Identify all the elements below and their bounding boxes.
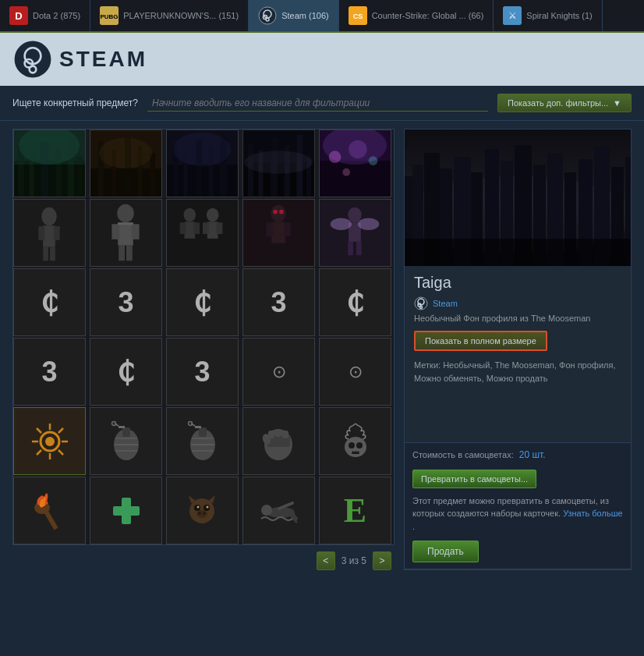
search-input[interactable] [147,95,488,112]
cell-symbol: ⊙ [243,339,314,405]
main-content: ₵ 3 ₵ 3 ₵ 3 ₵ 3 ⊙ [0,121,644,578]
svg-rect-116 [195,426,201,428]
grid-cell[interactable] [166,407,239,475]
prev-icon: < [323,555,328,566]
grid-cell[interactable] [13,199,86,267]
search-label: Ищете конкретный предмет? [12,98,138,108]
svg-line-105 [37,450,41,455]
grid-cell[interactable]: 3 [90,268,162,336]
grid-cell[interactable] [90,199,162,267]
item-source: Steam [414,296,621,310]
svg-point-78 [207,208,219,222]
svg-point-83 [271,205,286,222]
svg-point-88 [279,210,284,215]
grid-cell[interactable]: ₵ [13,268,86,336]
tab-label-steam: Steam (106) [281,11,329,20]
filter-button[interactable]: Показать доп. фильтры... ▼ [497,94,632,112]
grid-cell[interactable] [166,477,239,544]
grid-cell[interactable]: ₵ [90,338,162,406]
show-full-label: Показать в полном размере [425,336,536,346]
grid-cell-selected[interactable] [13,407,86,475]
grid-cell[interactable] [13,129,86,197]
source-name: Steam [433,299,458,308]
svg-rect-70 [119,246,125,261]
next-page-button[interactable]: > [373,551,391,570]
svg-rect-115 [199,427,207,437]
grid-cell[interactable]: 3 [13,338,86,406]
steam-source-icon [414,296,428,310]
grid-cell[interactable] [90,129,162,197]
grid-cell[interactable]: ⊙ [319,338,391,406]
tab-icon-csgo: CS [349,6,367,25]
show-full-button[interactable]: Показать в полном размере [414,331,547,351]
svg-rect-94 [348,242,353,256]
svg-rect-77 [193,222,200,234]
svg-rect-64 [50,247,55,261]
grid-cell[interactable] [319,129,391,197]
grenade2-icon [183,420,222,463]
svg-rect-76 [180,222,186,234]
cost-description: Этот предмет можно превратить в самоцвет… [412,495,623,534]
grid-cell[interactable]: ₵ [319,268,391,336]
svg-rect-165 [405,239,631,266]
tab-dota2[interactable]: D Dota 2 (875) [0,0,90,31]
grid-cell[interactable]: ₵ [166,268,239,336]
svg-rect-52 [320,161,391,197]
svg-line-102 [37,428,41,433]
grid-cell[interactable] [242,199,315,267]
grid-cell[interactable] [319,199,391,267]
tab-icon-spiral: ⚔ [503,6,522,25]
svg-line-103 [58,450,63,455]
svg-point-33 [99,138,152,168]
grid-cell[interactable] [90,407,162,475]
grid-cell[interactable]: 3 [242,268,315,336]
grid-cell[interactable] [90,477,162,544]
cost-value: 20 шт. [519,449,546,460]
tab-pubg[interactable]: PUBG PLAYERUNKNOWN'S... (151) [90,0,249,31]
tab-icon-dota2: D [9,6,28,25]
svg-text:D: D [15,10,22,22]
grid-cell[interactable] [166,199,239,267]
prev-page-button[interactable]: < [317,551,335,570]
grid-cell[interactable] [242,129,315,197]
svg-point-139 [197,506,200,509]
tab-steam[interactable]: Steam (106) [249,0,339,31]
svg-point-93 [358,218,379,230]
svg-line-104 [58,428,63,433]
torch-icon [28,489,71,532]
cell-symbol: 3 [14,339,85,405]
search-bar: Ищете конкретный предмет? Показать доп. … [0,86,644,121]
sell-button[interactable]: Продать [412,541,479,562]
tags: Метки: Необычный, The Mooseman, Фон проф… [414,359,621,385]
svg-point-56 [369,156,378,165]
svg-point-118 [188,422,192,426]
svg-rect-73 [167,200,238,266]
chevron-down-icon: ▼ [613,98,621,108]
fist-icon [257,420,300,463]
learn-more-link[interactable]: Узнать больше [563,509,622,518]
pagination: < 3 из 5 > [12,551,395,570]
gemify-button[interactable]: Превратить в самоцветы... [412,470,536,488]
svg-point-141 [196,510,207,518]
grid-cell[interactable]: E [319,477,391,544]
svg-point-57 [342,168,350,176]
grid-cell[interactable] [242,477,315,544]
svg-point-90 [348,207,362,223]
grid-cell[interactable]: ⊙ [242,338,315,406]
steam-header: STEAM [0,33,644,86]
svg-rect-69 [132,224,140,239]
svg-rect-79 [207,222,218,239]
tab-csgo[interactable]: CS Counter-Strike: Global ... (66) [339,0,494,31]
source-sub: Необычный Фон профиля из The Mooseman [414,314,621,323]
svg-rect-17 [14,161,85,197]
grid-cell[interactable] [319,407,391,475]
grid-cell[interactable] [242,407,315,475]
svg-point-59 [41,207,57,225]
tab-spiral[interactable]: ⚔ Spiral Knights (1) [494,0,602,31]
grid-cell[interactable] [166,129,239,197]
grid-cell[interactable] [13,477,86,544]
creature-icon [181,489,224,532]
svg-rect-68 [111,224,119,239]
grid-panel: ₵ 3 ₵ 3 ₵ 3 ₵ 3 ⊙ [12,129,395,570]
grid-cell[interactable]: 3 [166,338,239,406]
